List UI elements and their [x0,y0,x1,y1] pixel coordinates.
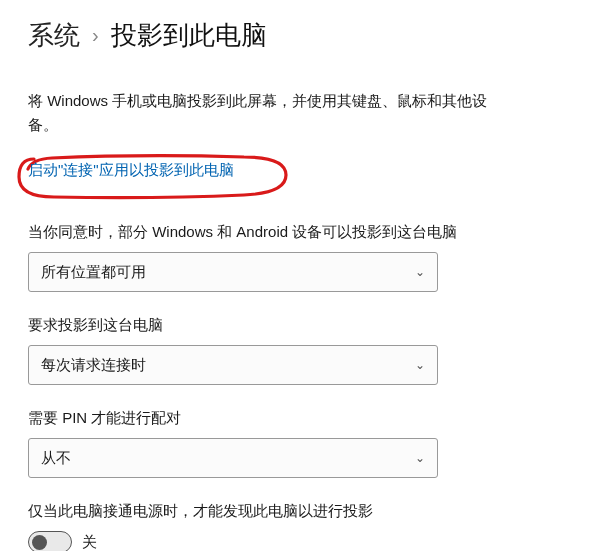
field-require-pin: 需要 PIN 才能进行配对 从不 ⌄ [28,409,572,478]
toggle-knob [32,535,47,550]
chevron-down-icon: ⌄ [415,451,425,465]
toggle-state-label: 关 [82,533,97,552]
select-value: 每次请求连接时 [41,356,146,375]
label-ask-to-project: 要求投影到这台电脑 [28,316,572,335]
annotation-circle [14,149,304,209]
select-require-pin[interactable]: 从不 ⌄ [28,438,438,478]
select-who-can-project[interactable]: 所有位置都可用 ⌄ [28,252,438,292]
toggle-power-only[interactable] [28,531,72,551]
select-value: 从不 [41,449,71,468]
launch-connect-app-link[interactable]: 启动"连接"应用以投影到此电脑 [28,161,234,178]
field-power-only: 仅当此电脑接通电源时，才能发现此电脑以进行投影 关 [28,502,572,551]
field-who-can-project: 当你同意时，部分 Windows 和 Android 设备可以投影到这台电脑 所… [28,223,572,292]
label-who-can-project: 当你同意时，部分 Windows 和 Android 设备可以投影到这台电脑 [28,223,572,242]
chevron-down-icon: ⌄ [415,265,425,279]
select-ask-to-project[interactable]: 每次请求连接时 ⌄ [28,345,438,385]
breadcrumb-parent[interactable]: 系统 [28,18,80,53]
breadcrumb: 系统 › 投影到此电脑 [28,18,572,53]
breadcrumb-current: 投影到此电脑 [111,18,267,53]
label-power-only: 仅当此电脑接通电源时，才能发现此电脑以进行投影 [28,502,572,521]
select-value: 所有位置都可用 [41,263,146,282]
field-ask-to-project: 要求投影到这台电脑 每次请求连接时 ⌄ [28,316,572,385]
chevron-right-icon: › [92,24,99,47]
page-description: 将 Windows 手机或电脑投影到此屏幕，并使用其键盘、鼠标和其他设备。 [28,89,508,137]
label-require-pin: 需要 PIN 才能进行配对 [28,409,572,428]
chevron-down-icon: ⌄ [415,358,425,372]
